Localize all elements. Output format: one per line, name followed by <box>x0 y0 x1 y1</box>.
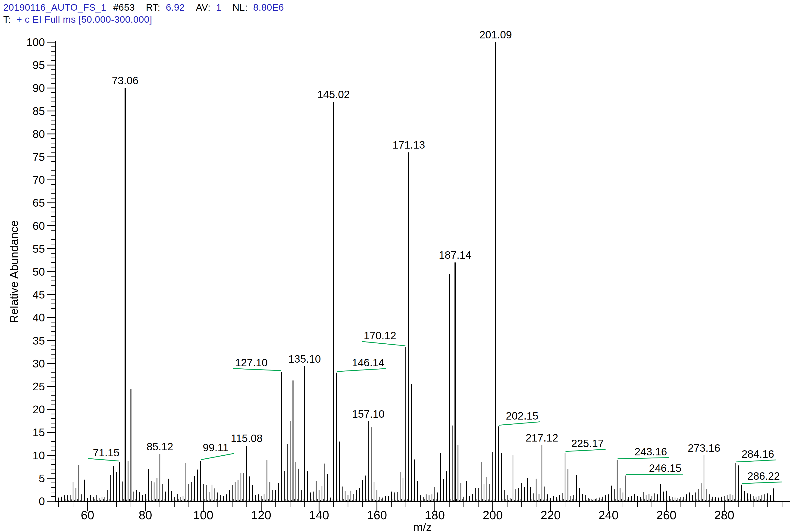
peak-label-201.09: 201.09 <box>479 29 512 41</box>
peak-label-187.14: 187.14 <box>439 249 472 261</box>
svg-text:240: 240 <box>598 508 619 522</box>
svg-text:25: 25 <box>33 380 45 393</box>
annotation-bracket-202.15 <box>499 422 540 425</box>
peak-label-99.11: 99.11 <box>203 441 229 454</box>
peak-label-73.06: 73.06 <box>112 75 139 87</box>
svg-text:280: 280 <box>714 508 734 522</box>
peak-label-273.16: 273.16 <box>688 442 720 454</box>
peak-labels-bracketed: 71.1599.11127.10146.14170.12202.15225.17… <box>88 329 782 483</box>
annotation-bracket-225.17 <box>566 450 606 452</box>
x-axis-tick-labels: 6080100120140160180200220240260280 <box>81 508 734 522</box>
svg-text:160: 160 <box>367 508 387 522</box>
svg-text:55: 55 <box>33 243 45 255</box>
peak-label-135.10: 135.10 <box>288 353 321 365</box>
x-axis-title: m/z <box>413 521 432 532</box>
annotation-bracket-146.14 <box>337 368 386 372</box>
y-axis-title: Relative Abundance <box>8 220 21 323</box>
peak-label-145.02: 145.02 <box>317 89 350 100</box>
svg-text:85: 85 <box>33 105 45 117</box>
svg-text:60: 60 <box>33 220 45 232</box>
svg-text:65: 65 <box>33 197 45 209</box>
svg-text:75: 75 <box>33 151 45 163</box>
annotation-bracket-170.12 <box>362 342 405 346</box>
svg-text:100: 100 <box>193 508 214 522</box>
axes <box>55 41 790 502</box>
peak-label-217.12: 217.12 <box>525 432 558 444</box>
svg-text:0: 0 <box>39 495 45 508</box>
svg-text:35: 35 <box>33 335 45 347</box>
svg-text:15: 15 <box>33 426 45 438</box>
svg-text:80: 80 <box>139 508 152 522</box>
svg-text:70: 70 <box>33 174 45 186</box>
peak-label-246.15: 246.15 <box>649 462 682 474</box>
svg-text:100: 100 <box>26 36 45 49</box>
peak-label-170.12: 170.12 <box>364 329 396 342</box>
peak-label-286.22: 286.22 <box>748 470 780 482</box>
annotation-bracket-71.15 <box>88 459 119 461</box>
peak-label-225.17: 225.17 <box>571 437 604 450</box>
peak-label-127.10: 127.10 <box>235 357 268 368</box>
annotation-bracket-243.16 <box>618 458 669 459</box>
svg-text:180: 180 <box>425 508 445 522</box>
mass-spectrum-page: { "header": { "line1": { "file": "201901… <box>0 0 793 532</box>
spectrum-plot: 0510152025303540455055606570758085909510… <box>0 0 793 532</box>
annotation-bracket-127.10 <box>234 368 281 371</box>
svg-text:95: 95 <box>33 59 45 71</box>
svg-text:40: 40 <box>33 311 45 324</box>
svg-text:120: 120 <box>251 508 271 522</box>
peak-label-71.15: 71.15 <box>93 446 119 459</box>
annotation-bracket-284.16 <box>736 460 776 462</box>
svg-text:220: 220 <box>541 508 561 522</box>
svg-text:10: 10 <box>33 450 45 462</box>
annotation-bracket-286.22 <box>742 482 782 483</box>
annotation-bracket-246.15 <box>626 474 683 474</box>
peak-label-85.12: 85.12 <box>147 441 173 453</box>
peak-label-115.08: 115.08 <box>231 432 262 444</box>
svg-text:20: 20 <box>33 403 45 416</box>
svg-text:90: 90 <box>33 82 45 94</box>
svg-text:60: 60 <box>81 508 94 522</box>
svg-text:260: 260 <box>657 508 677 522</box>
svg-text:45: 45 <box>33 288 45 301</box>
y-axis-tick-labels: 0510152025303540455055606570758085909510… <box>26 36 45 508</box>
peak-label-171.13: 171.13 <box>392 139 425 151</box>
svg-text:50: 50 <box>33 266 45 278</box>
svg-text:80: 80 <box>33 128 45 140</box>
peak-label-284.16: 284.16 <box>742 448 774 460</box>
peak-lines <box>59 42 774 501</box>
peak-label-243.16: 243.16 <box>634 446 667 458</box>
peak-labels-direct: 73.0685.12115.08135.10145.02157.10171.13… <box>112 29 720 454</box>
peak-label-146.14: 146.14 <box>352 357 385 368</box>
svg-text:200: 200 <box>483 508 503 522</box>
peak-label-157.10: 157.10 <box>352 408 385 420</box>
svg-text:140: 140 <box>309 508 329 522</box>
svg-text:5: 5 <box>39 472 45 484</box>
svg-text:30: 30 <box>33 358 45 370</box>
peak-label-202.15: 202.15 <box>506 410 538 422</box>
y-axis-ticks <box>47 42 56 501</box>
annotation-bracket-99.11 <box>201 454 234 460</box>
